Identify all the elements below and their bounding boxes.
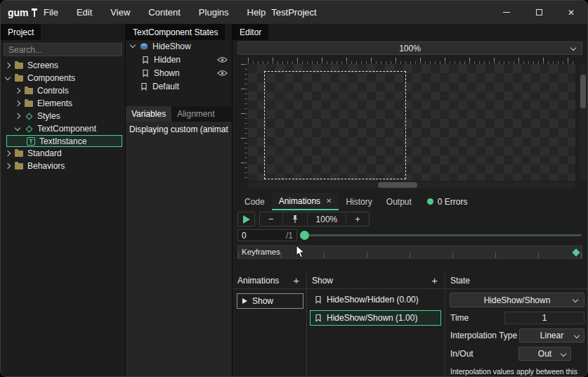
keyframes-column-header: Show +: [307, 272, 444, 289]
tree-item-components[interactable]: Components: [1, 72, 125, 84]
tab-history[interactable]: History: [339, 193, 379, 210]
selection-rectangle[interactable]: [264, 71, 406, 179]
state-item-shown[interactable]: Shown: [126, 66, 232, 79]
minimize-button[interactable]: [490, 1, 523, 24]
play-button[interactable]: [237, 212, 255, 226]
tab-textcomponent-states[interactable]: TextComponent States: [126, 24, 225, 40]
tab-editor[interactable]: Editor: [233, 24, 268, 40]
tab-output[interactable]: Output: [379, 193, 419, 210]
keyframe-item-label: HideShow/Hidden (0.00): [327, 295, 419, 305]
menu-plugins[interactable]: Plugins: [190, 1, 238, 24]
menu-file[interactable]: File: [34, 1, 67, 24]
animation-play-icon: [242, 298, 247, 304]
project-panel-header: Project: [1, 24, 125, 40]
minimize-icon: [503, 12, 510, 13]
inout-dropdown[interactable]: Out: [518, 347, 571, 361]
chevron-down-icon[interactable]: [5, 74, 11, 79]
close-button[interactable]: ✕: [555, 1, 587, 24]
visibility-toggle[interactable]: [216, 69, 228, 77]
states-tree: HideShow Hidden Shown Default: [126, 39, 232, 93]
chevron-right-icon[interactable]: [15, 101, 20, 106]
menu-help[interactable]: Help: [238, 1, 275, 24]
timeline-slider[interactable]: [301, 234, 582, 236]
tree-item-standard[interactable]: Standard: [1, 147, 125, 160]
tab-code[interactable]: Code: [237, 193, 272, 210]
close-tab-icon[interactable]: ✕: [326, 193, 332, 210]
inout-value: Out: [538, 349, 551, 359]
keyframe-time-input[interactable]: 1: [504, 312, 584, 324]
tab-animations[interactable]: Animations ✕: [272, 193, 339, 210]
visibility-toggle[interactable]: [216, 56, 228, 63]
keyframe-list-item[interactable]: HideShow/Hidden (0.00): [310, 292, 441, 307]
state-dropdown[interactable]: HideShow/Shown: [450, 293, 584, 307]
add-animation-button[interactable]: +: [293, 276, 299, 286]
tree-item-controls[interactable]: Controls: [1, 84, 125, 97]
pin-button[interactable]: [282, 212, 307, 226]
tab-variables[interactable]: Variables: [126, 106, 171, 122]
interpolation-label: Interpolation Type: [450, 331, 519, 340]
interpolation-dropdown[interactable]: Linear: [519, 328, 584, 343]
speed-increase-button[interactable]: +: [346, 212, 369, 226]
animations-header-label: Animations: [233, 276, 279, 286]
state-item-default[interactable]: Default: [126, 79, 232, 93]
chevron-down-icon[interactable]: [130, 42, 136, 48]
timeline-slider-thumb[interactable]: [300, 231, 309, 240]
state-category-hideshow[interactable]: HideShow: [126, 39, 232, 53]
variables-status-text: Displaying custom (animat: [126, 122, 232, 137]
state-column-header: State: [445, 272, 587, 289]
chevron-right-icon[interactable]: [15, 88, 20, 94]
editor-canvas[interactable]: [248, 64, 575, 181]
horizontal-scrollbar[interactable]: [248, 181, 575, 188]
vertical-scrollbar[interactable]: [580, 64, 587, 181]
animation-list-item[interactable]: Show: [237, 293, 303, 309]
time-current-value: 0: [238, 231, 247, 241]
time-input-box[interactable]: 0 /1: [237, 229, 297, 241]
maximize-button[interactable]: [523, 1, 555, 24]
folder-icon: [25, 88, 33, 94]
state-item-hidden[interactable]: Hidden: [126, 53, 232, 66]
zoom-dropdown[interactable]: 100%: [237, 41, 582, 55]
chevron-down-icon[interactable]: [15, 124, 20, 130]
keyframe-diamond-icon[interactable]: [572, 248, 580, 256]
inout-row: In/Out Out: [445, 347, 587, 361]
tree-item-elements[interactable]: Elements: [1, 97, 125, 110]
eye-icon: [217, 70, 228, 77]
speed-decrease-button[interactable]: −: [260, 212, 282, 226]
interpolation-value: Linear: [540, 331, 563, 340]
time-row: Time 1: [445, 312, 587, 324]
tab-alignment[interactable]: Alignment: [171, 106, 220, 122]
search-input[interactable]: [4, 43, 122, 56]
category-cube-icon: [140, 42, 148, 51]
interpolation-note: Interpolation values apply between this …: [450, 367, 583, 377]
tab-project[interactable]: Project: [1, 24, 41, 40]
state-icon: [315, 295, 322, 304]
chevron-right-icon[interactable]: [5, 151, 11, 156]
keyframes-bar[interactable]: Keyframes: [237, 245, 582, 259]
tree-item-textinstance[interactable]: T TextInstance: [6, 135, 122, 147]
chevron-down-icon: [573, 297, 578, 302]
tree-item-screens[interactable]: Screens: [1, 59, 125, 72]
folder-icon: [15, 163, 23, 170]
mouse-cursor: [296, 245, 306, 259]
state-icon: [141, 82, 148, 91]
horizontal-scrollbar-thumb[interactable]: [378, 182, 417, 188]
time-max-label: /1: [286, 231, 296, 241]
text-instance-icon: T: [27, 137, 35, 146]
menu-view[interactable]: View: [101, 1, 139, 24]
tree-item-textcomponent[interactable]: TextComponent: [1, 122, 125, 135]
chevron-right-icon[interactable]: [15, 113, 20, 119]
keyframe-list-item-selected[interactable]: HideShow/Shown (1.00): [310, 310, 441, 326]
add-keyframe-button[interactable]: +: [431, 276, 438, 286]
chevron-right-icon[interactable]: [5, 163, 11, 169]
menu-content[interactable]: Content: [139, 1, 190, 24]
state-column: State HideShow/Shown Time 1 Interpolatio…: [445, 272, 587, 376]
chevron-right-icon[interactable]: [5, 63, 11, 68]
maximize-icon: [536, 9, 542, 15]
tree-item-behaviors[interactable]: Behaviors: [1, 160, 125, 172]
tree-item-styles[interactable]: Styles: [1, 110, 125, 122]
folder-icon: [15, 63, 23, 69]
vertical-scrollbar-thumb[interactable]: [580, 75, 586, 108]
menu-edit[interactable]: Edit: [67, 1, 101, 24]
component-icon: [25, 125, 32, 132]
animation-toolbar: − 100% +: [237, 212, 370, 226]
